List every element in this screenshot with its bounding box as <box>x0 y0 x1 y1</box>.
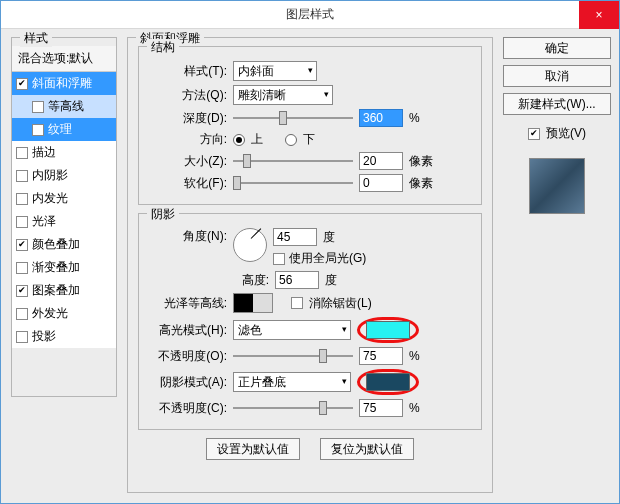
reset-default-button[interactable]: 复位为默认值 <box>320 438 414 460</box>
close-button[interactable]: × <box>579 1 619 29</box>
effect-label: 内发光 <box>32 190 68 207</box>
effect-checkbox[interactable] <box>16 285 28 297</box>
antialias-checkbox[interactable] <box>291 297 303 309</box>
style-select[interactable]: 内斜面▾ <box>233 61 317 81</box>
highlight-opacity-slider[interactable] <box>233 349 353 363</box>
chevron-down-icon: ▾ <box>324 89 329 99</box>
preview-checkbox[interactable] <box>528 128 540 140</box>
shadow-color-chip[interactable] <box>366 373 410 391</box>
effect-checkbox[interactable] <box>16 193 28 205</box>
effect-checkbox[interactable] <box>16 331 28 343</box>
shadow-color-attention <box>357 369 419 395</box>
shadow-opacity-label: 不透明度(C): <box>147 400 227 417</box>
soften-unit: 像素 <box>409 175 433 192</box>
effect-label: 内阴影 <box>32 167 68 184</box>
effect-row[interactable]: 颜色叠加 <box>12 233 116 256</box>
cancel-button[interactable]: 取消 <box>503 65 611 87</box>
ok-button[interactable]: 确定 <box>503 37 611 59</box>
chevron-down-icon: ▾ <box>342 324 347 334</box>
shadow-opacity-unit: % <box>409 401 427 415</box>
soften-slider[interactable] <box>233 176 353 190</box>
effect-row[interactable]: 图案叠加 <box>12 279 116 302</box>
chevron-down-icon: ▾ <box>342 376 347 386</box>
make-default-button[interactable]: 设置为默认值 <box>206 438 300 460</box>
shadow-opacity-slider[interactable] <box>233 401 353 415</box>
effect-label: 外发光 <box>32 305 68 322</box>
soften-input[interactable]: 0 <box>359 174 403 192</box>
structure-group: 结构 样式(T): 内斜面▾ 方法(Q): 雕刻清晰▾ <box>138 46 482 205</box>
effect-label: 等高线 <box>48 98 84 115</box>
angle-control[interactable] <box>233 228 267 262</box>
size-input[interactable]: 20 <box>359 152 403 170</box>
technique-select[interactable]: 雕刻清晰▾ <box>233 85 333 105</box>
gloss-contour-picker[interactable] <box>233 293 273 313</box>
effect-checkbox[interactable] <box>16 78 28 90</box>
effect-row[interactable]: 内阴影 <box>12 164 116 187</box>
highlight-mode-select[interactable]: 滤色▾ <box>233 320 351 340</box>
highlight-opacity-input[interactable]: 75 <box>359 347 403 365</box>
effect-label: 描边 <box>32 144 56 161</box>
effect-row[interactable]: 描边 <box>12 141 116 164</box>
highlight-opacity-unit: % <box>409 349 427 363</box>
shadow-mode-select[interactable]: 正片叠底▾ <box>233 372 351 392</box>
effect-row[interactable]: 斜面和浮雕 <box>12 72 116 95</box>
size-label: 大小(Z): <box>147 153 227 170</box>
effect-label: 图案叠加 <box>32 282 80 299</box>
close-icon: × <box>595 8 602 22</box>
size-slider[interactable] <box>233 154 353 168</box>
effect-row[interactable]: 纹理 <box>12 118 116 141</box>
styles-group-title: 样式 <box>20 30 52 47</box>
direction-down-radio[interactable] <box>285 134 297 146</box>
highlight-mode-label: 高光模式(H): <box>147 322 227 339</box>
effect-checkbox[interactable] <box>16 147 28 159</box>
new-style-button[interactable]: 新建样式(W)... <box>503 93 611 115</box>
depth-label: 深度(D): <box>147 110 227 127</box>
size-unit: 像素 <box>409 153 433 170</box>
effect-checkbox[interactable] <box>16 216 28 228</box>
chevron-down-icon: ▾ <box>308 65 313 75</box>
antialias-label: 消除锯齿(L) <box>309 295 372 312</box>
effect-row[interactable]: 等高线 <box>12 95 116 118</box>
effect-row[interactable]: 投影 <box>12 325 116 348</box>
depth-slider[interactable] <box>233 111 353 125</box>
direction-up-radio[interactable] <box>233 134 245 146</box>
highlight-opacity-label: 不透明度(O): <box>147 348 227 365</box>
gloss-contour-label: 光泽等高线: <box>147 295 227 312</box>
direction-up-label: 上 <box>251 131 263 148</box>
window-title: 图层样式 <box>286 6 334 23</box>
effect-label: 光泽 <box>32 213 56 230</box>
effect-label: 纹理 <box>48 121 72 138</box>
effect-label: 斜面和浮雕 <box>32 75 92 92</box>
effect-checkbox[interactable] <box>32 124 44 136</box>
shadow-mode-label: 阴影模式(A): <box>147 374 227 391</box>
angle-label: 角度(N): <box>147 228 227 245</box>
structure-title: 结构 <box>147 39 179 56</box>
effect-checkbox[interactable] <box>16 239 28 251</box>
effect-row[interactable]: 光泽 <box>12 210 116 233</box>
effect-label: 颜色叠加 <box>32 236 80 253</box>
angle-unit: 度 <box>323 229 341 246</box>
effect-label: 渐变叠加 <box>32 259 80 276</box>
depth-input[interactable]: 360 <box>359 109 403 127</box>
soften-label: 软化(F): <box>147 175 227 192</box>
effect-checkbox[interactable] <box>16 170 28 182</box>
technique-label: 方法(Q): <box>147 87 227 104</box>
layer-style-dialog: 图层样式 × 样式 混合选项:默认 斜面和浮雕等高线纹理描边内阴影内发光光泽颜色… <box>0 0 620 504</box>
altitude-label: 高度: <box>147 272 269 289</box>
shading-group: 阴影 角度(N): 45 度 使用全局光(G) <box>138 213 482 430</box>
effect-row[interactable]: 渐变叠加 <box>12 256 116 279</box>
effect-checkbox[interactable] <box>16 308 28 320</box>
blend-options-header[interactable]: 混合选项:默认 <box>12 46 116 72</box>
preview-label: 预览(V) <box>546 125 586 142</box>
shadow-opacity-input[interactable]: 75 <box>359 399 403 417</box>
altitude-input[interactable]: 56 <box>275 271 319 289</box>
effect-row[interactable]: 内发光 <box>12 187 116 210</box>
global-light-checkbox[interactable] <box>273 253 285 265</box>
titlebar: 图层样式 × <box>1 1 619 29</box>
depth-unit: % <box>409 111 427 125</box>
effect-checkbox[interactable] <box>16 262 28 274</box>
effect-checkbox[interactable] <box>32 101 44 113</box>
effect-row[interactable]: 外发光 <box>12 302 116 325</box>
angle-input[interactable]: 45 <box>273 228 317 246</box>
highlight-color-chip[interactable] <box>366 321 410 339</box>
